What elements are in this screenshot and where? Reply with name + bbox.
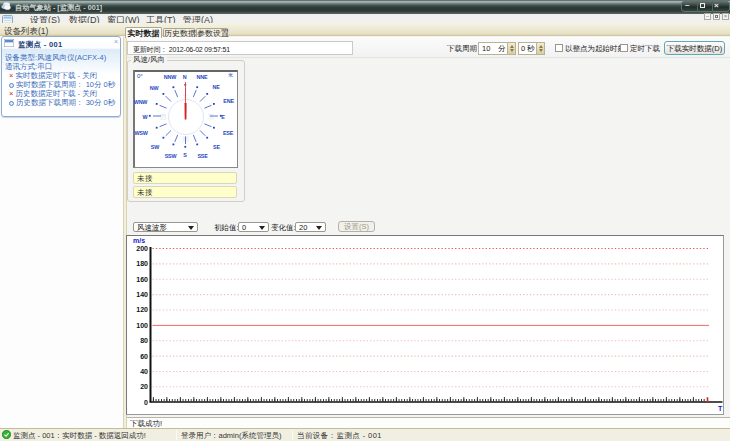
svg-text:S: S: [183, 152, 187, 158]
svg-text:SW: SW: [151, 144, 160, 150]
svg-text:0: 0: [144, 399, 148, 406]
svg-text:ENE: ENE: [223, 98, 234, 104]
svg-text:W: W: [143, 114, 149, 120]
svg-text:T: T: [718, 405, 723, 412]
svg-text:180: 180: [136, 260, 148, 267]
svg-text:40: 40: [140, 368, 148, 375]
svg-text:SE: SE: [213, 144, 220, 150]
svg-text:ESE: ESE: [223, 130, 234, 136]
svg-text:SSE: SSE: [197, 153, 208, 159]
svg-text:140: 140: [136, 291, 148, 298]
svg-text:N: N: [183, 74, 187, 80]
svg-text:东: 东: [207, 113, 214, 120]
svg-text:160: 160: [136, 276, 148, 283]
svg-text:NE: NE: [212, 84, 220, 90]
svg-text:20: 20: [140, 383, 148, 390]
svg-text:100: 100: [136, 322, 148, 329]
svg-text:E: E: [221, 114, 225, 120]
svg-text:WSW: WSW: [134, 130, 148, 136]
svg-text:200: 200: [136, 245, 148, 252]
svg-text:0°: 0°: [137, 73, 143, 79]
svg-text:60: 60: [140, 353, 148, 360]
svg-text:NNE: NNE: [197, 74, 208, 80]
svg-text:SSW: SSW: [165, 153, 178, 159]
svg-text:WNW: WNW: [134, 99, 149, 105]
svg-text:米: 米: [228, 72, 233, 78]
svg-text:80: 80: [140, 337, 148, 344]
svg-text:NW: NW: [150, 85, 160, 91]
svg-text:120: 120: [136, 306, 148, 313]
svg-text:NNW: NNW: [164, 74, 177, 80]
svg-text:m/s: m/s: [133, 237, 145, 244]
svg-text:西: 西: [159, 113, 167, 120]
